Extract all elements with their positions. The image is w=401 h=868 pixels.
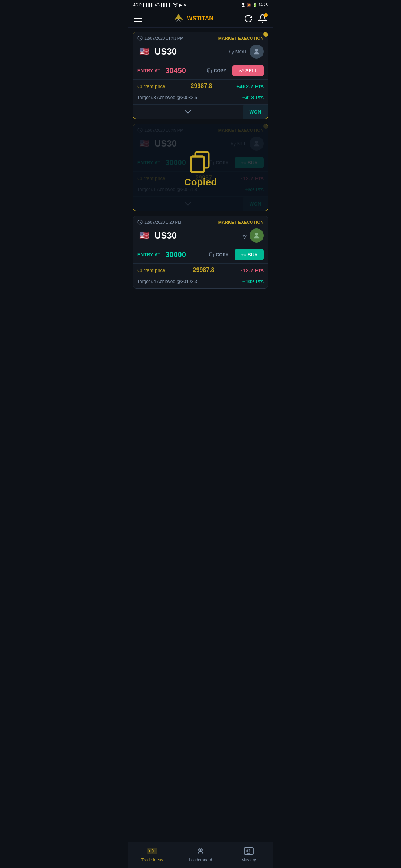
status-bar: 4G R ▌▌▌▌ 4G ▌▌▌▌ ▶ ➤ 🔕 🔋 14:48	[128, 0, 273, 10]
wifi-icon	[172, 3, 178, 7]
trade-card-1: 12/07/2020 11:43 PM MARKET EXECUTION 🇺🇸 …	[133, 32, 268, 119]
carrier2: 4G	[155, 3, 160, 7]
notification-button[interactable]	[258, 14, 267, 23]
won-badge-1: WON	[243, 105, 268, 119]
card-footer-1: WON	[133, 104, 268, 119]
sell-button-1[interactable]: SELL	[232, 65, 264, 76]
symbol-1: US30	[154, 46, 177, 57]
app-logo: WSTITAN	[173, 13, 213, 24]
copied-icon	[187, 147, 214, 174]
logo-text: WSTITAN	[187, 15, 213, 22]
expand-button-1[interactable]	[133, 106, 243, 118]
signal-bars: ▌▌▌▌	[143, 3, 153, 7]
pts-3: -12.2 Pts	[241, 267, 264, 273]
price-row-3: Current price: 29987.8 -12.2 Pts	[133, 263, 268, 276]
pts-1: +462.2 Pts	[236, 83, 264, 89]
svg-rect-13	[211, 254, 214, 257]
by-label-1: by MOR	[229, 49, 247, 55]
svg-point-3	[255, 49, 258, 52]
copy-button-3[interactable]: COPY	[207, 251, 231, 259]
card-trader-3: by	[241, 228, 264, 243]
symbol-3: US30	[154, 230, 177, 241]
battery-icon: 🔋	[252, 3, 257, 7]
card-time-3: 12/07/2020 1:20 PM	[137, 220, 181, 225]
entry-price-3: 30000	[165, 250, 203, 259]
buy-button-3[interactable]: BUY	[235, 249, 264, 260]
card-indicator-1	[263, 32, 268, 37]
main-content: 12/07/2020 11:43 PM MARKET EXECUTION 🇺🇸 …	[128, 28, 273, 322]
bluetooth-icon	[241, 2, 245, 7]
card-header-3: 12/07/2020 1:20 PM MARKET EXECUTION	[133, 216, 268, 227]
mute-icon: 🔕	[247, 3, 251, 7]
current-label-3: Current price:	[137, 267, 167, 273]
entry-price-1: 30450	[165, 66, 201, 75]
entry-label-1: ENTRY AT:	[137, 68, 162, 73]
target-pts-1: +418 Pts	[242, 95, 264, 101]
trade-card-2: 12/07/2020 10:49 PM MARKET EXECUTION 🇺🇸 …	[133, 124, 268, 211]
market-exec-3: MARKET EXECUTION	[218, 220, 264, 224]
current-price-1: 29987.8	[191, 83, 212, 89]
trade-card-3: 12/07/2020 1:20 PM MARKET EXECUTION 🇺🇸 U…	[133, 216, 268, 289]
time: 14:48	[258, 3, 268, 7]
status-left: 4G R ▌▌▌▌ 4G ▌▌▌▌ ▶ ➤	[133, 3, 186, 7]
card-trader-1: by MOR	[229, 45, 264, 59]
copied-overlay: Copied	[133, 124, 268, 211]
by-label-3: by	[241, 233, 247, 239]
copy-label-1: COPY	[214, 68, 226, 73]
target-row-1: Target #3 Achieved @30032.5 +418 Pts	[133, 92, 268, 104]
entry-row-3: ENTRY AT: 30000 COPY BUY	[133, 246, 268, 263]
misc-icons: ▶ ➤	[179, 3, 186, 7]
flag-1: 🇺🇸	[137, 45, 151, 58]
status-right: 🔕 🔋 14:48	[241, 2, 268, 7]
target-text-3: Target #4 Achieved @30102.3	[137, 279, 197, 284]
entry-label-3: ENTRY AT:	[137, 252, 162, 257]
card-symbol-1: 🇺🇸 US30	[137, 45, 177, 58]
target-row-3: Target #4 Achieved @30102.3 +102 Pts	[133, 276, 268, 288]
carrier1: 4G R	[133, 3, 142, 7]
current-label-1: Current price:	[137, 83, 167, 89]
card-info-1: 🇺🇸 US30 by MOR	[133, 43, 268, 62]
flag-3: 🇺🇸	[137, 229, 151, 242]
notification-dot	[264, 13, 268, 17]
refresh-button[interactable]	[244, 14, 253, 23]
market-exec-1: MARKET EXECUTION	[218, 36, 264, 40]
current-price-3: 29987.8	[193, 267, 215, 273]
svg-rect-9	[191, 157, 204, 172]
card-symbol-3: 🇺🇸 US30	[137, 229, 177, 242]
copy-label-3: COPY	[216, 252, 229, 257]
copy-button-1[interactable]: COPY	[205, 67, 229, 75]
card-info-3: 🇺🇸 US30 by	[133, 227, 268, 246]
target-pts-3: +102 Pts	[242, 279, 264, 285]
svg-point-12	[255, 233, 258, 236]
signal-bars2: ▌▌▌▌	[161, 3, 171, 7]
app-header: WSTITAN	[128, 10, 273, 28]
target-text-1: Target #3 Achieved @30032.5	[137, 95, 197, 100]
copied-text: Copied	[184, 177, 217, 188]
card-time-1: 12/07/2020 11:43 PM	[137, 36, 183, 41]
price-row-1: Current price: 29987.8 +462.2 Pts	[133, 79, 268, 92]
card-header-1: 12/07/2020 11:43 PM MARKET EXECUTION	[133, 32, 268, 43]
menu-button[interactable]	[134, 16, 142, 22]
entry-row-1: ENTRY AT: 30450 COPY SELL	[133, 62, 268, 79]
svg-rect-4	[209, 70, 212, 73]
avatar-1	[250, 45, 264, 59]
header-actions	[244, 14, 267, 23]
avatar-3	[250, 228, 264, 243]
